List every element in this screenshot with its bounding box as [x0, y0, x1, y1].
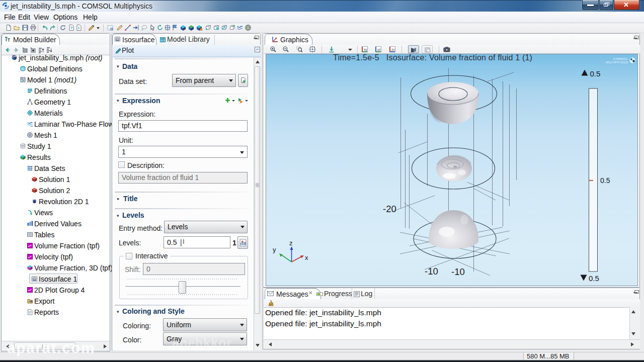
svg-text:xy: xy	[364, 48, 367, 52]
svg-text:0.5: 0.5	[600, 176, 610, 185]
svg-text:0.5: 0.5	[590, 69, 601, 78]
svg-text:yz: yz	[377, 48, 381, 52]
svg-text:-20: -20	[383, 204, 396, 214]
svg-text:z: z	[289, 239, 293, 247]
svg-text:y: y	[273, 246, 276, 253]
svg-text:Time=1.5e-5 Isosurface: Volu: Time=1.5e-5 Isosurface: Volume fraction …	[333, 54, 532, 62]
svg-text:i: i	[78, 26, 79, 30]
svg-text:MULTIPHYSICS: MULTIPHYSICS	[606, 61, 628, 64]
svg-text:-10: -10	[451, 266, 465, 277]
svg-text:0.5: 0.5	[589, 274, 599, 283]
svg-text:?: ?	[70, 26, 73, 30]
svg-text:-10: -10	[425, 266, 438, 277]
svg-text:x: x	[305, 254, 308, 261]
svg-text:COMSOL: COMSOL	[613, 57, 628, 60]
svg-text:zx: zx	[391, 48, 395, 51]
